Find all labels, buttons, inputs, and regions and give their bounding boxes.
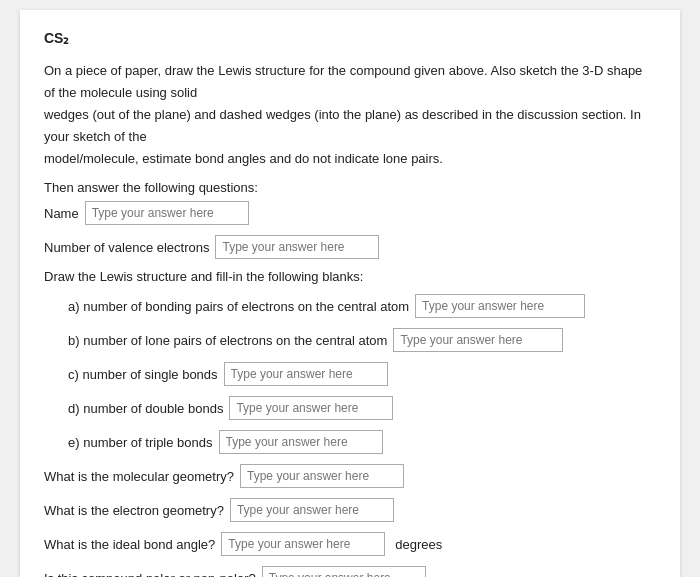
triple-bonds-row: e) number of triple bonds: [44, 430, 656, 454]
double-bonds-input[interactable]: [229, 396, 393, 420]
name-row: Name: [44, 201, 656, 225]
single-bonds-row: c) number of single bonds: [44, 362, 656, 386]
bonding-pairs-row: a) number of bonding pairs of electrons …: [44, 294, 656, 318]
degrees-label: degrees: [395, 537, 442, 552]
molecular-geometry-input[interactable]: [240, 464, 404, 488]
molecular-geometry-row: What is the molecular geometry?: [44, 464, 656, 488]
polar-label: Is this compound polar or non-polar?: [44, 571, 256, 577]
triple-bonds-input[interactable]: [219, 430, 383, 454]
lone-pairs-row: b) number of lone pairs of electrons on …: [44, 328, 656, 352]
single-bonds-label: c) number of single bonds: [68, 367, 218, 382]
instruction-line3: model/molecule, estimate bond angles and…: [44, 151, 443, 166]
bond-angle-input[interactable]: [221, 532, 385, 556]
instructions-block: On a piece of paper, draw the Lewis stru…: [44, 60, 656, 170]
instruction-line2: wedges (out of the plane) and dashed wed…: [44, 107, 641, 144]
molecular-geometry-label: What is the molecular geometry?: [44, 469, 234, 484]
compound-title: CS₂: [44, 30, 656, 46]
valence-row: Number of valence electrons: [44, 235, 656, 259]
triple-bonds-label: e) number of triple bonds: [68, 435, 213, 450]
bonding-pairs-label: a) number of bonding pairs of electrons …: [68, 299, 409, 314]
double-bonds-label: d) number of double bonds: [68, 401, 223, 416]
instruction-line1: On a piece of paper, draw the Lewis stru…: [44, 63, 642, 100]
double-bonds-row: d) number of double bonds: [44, 396, 656, 420]
valence-label: Number of valence electrons: [44, 240, 209, 255]
bond-angle-label: What is the ideal bond angle?: [44, 537, 215, 552]
main-container: CS₂ On a piece of paper, draw the Lewis …: [20, 10, 680, 577]
lone-pairs-input[interactable]: [393, 328, 563, 352]
valence-input[interactable]: [215, 235, 379, 259]
bond-angle-row: What is the ideal bond angle? degrees: [44, 532, 656, 556]
single-bonds-input[interactable]: [224, 362, 388, 386]
polar-input[interactable]: [262, 566, 426, 577]
polar-row: Is this compound polar or non-polar?: [44, 566, 656, 577]
name-label: Name: [44, 206, 79, 221]
lone-pairs-label: b) number of lone pairs of electrons on …: [68, 333, 387, 348]
bonding-pairs-input[interactable]: [415, 294, 585, 318]
electron-geometry-row: What is the electron geometry?: [44, 498, 656, 522]
name-input[interactable]: [85, 201, 249, 225]
draw-label: Draw the Lewis structure and fill-in the…: [44, 269, 656, 284]
electron-geometry-label: What is the electron geometry?: [44, 503, 224, 518]
then-answer-label: Then answer the following questions:: [44, 180, 656, 195]
electron-geometry-input[interactable]: [230, 498, 394, 522]
